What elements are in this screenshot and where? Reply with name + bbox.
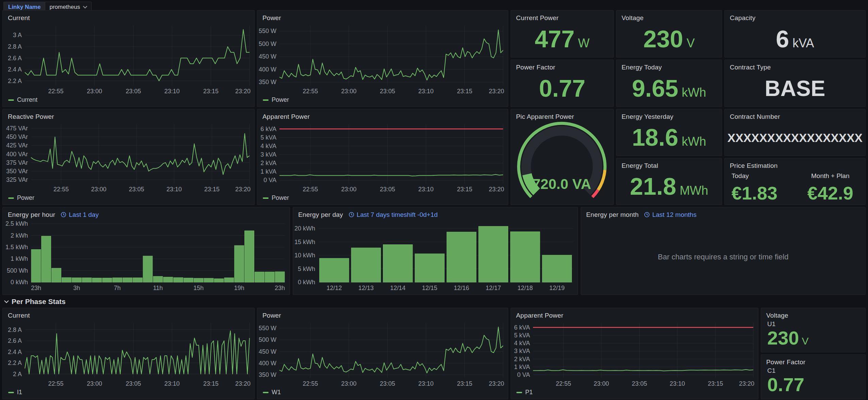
legend: Current	[8, 96, 37, 103]
panel-title[interactable]: Energy per day	[298, 211, 343, 219]
svg-text:3 kVA: 3 kVA	[260, 151, 276, 158]
svg-text:500 Wh: 500 Wh	[7, 267, 28, 274]
clock-icon	[349, 212, 354, 218]
panel-title[interactable]: Apparent Power	[516, 312, 563, 319]
time-range-link[interactable]: Last 1 day	[61, 211, 99, 219]
svg-text:3 kVA: 3 kVA	[514, 348, 530, 354]
svg-text:23:20: 23:20	[235, 380, 251, 387]
time-range-label[interactable]: Last 12 months	[652, 211, 696, 219]
time-range-link[interactable]: Last 7 days timeshift -0d+1d	[349, 211, 438, 219]
time-range-label[interactable]: Last 7 days timeshift -0d+1d	[357, 211, 438, 219]
svg-text:23:00: 23:00	[91, 186, 106, 193]
stat-value: 0.77	[539, 77, 585, 100]
clock-icon	[644, 212, 650, 218]
legend: Power	[263, 96, 289, 103]
svg-text:2.6 A: 2.6 A	[8, 55, 22, 62]
panel-title[interactable]: Pic Apparent Power	[516, 113, 574, 121]
svg-text:12/15: 12/15	[422, 285, 437, 291]
panel-title[interactable]: Current	[8, 312, 30, 319]
svg-text:23h: 23h	[275, 285, 285, 291]
legend-label[interactable]: Current	[17, 96, 37, 103]
panel-title[interactable]: Reactive Power	[8, 113, 54, 121]
panel-energy-per-month: Energy per month Last 12 months Bar char…	[581, 207, 866, 295]
svg-text:3 A: 3 A	[13, 32, 22, 38]
line-chart-power[interactable]: 550 W500 W450 W400 W350 W22:5523:0023:05…	[258, 23, 507, 95]
panel-voltage-u1-stat: Voltage U1 230V	[761, 308, 866, 352]
svg-text:350 W: 350 W	[259, 371, 276, 378]
svg-text:450 W: 450 W	[259, 348, 276, 355]
panel-title[interactable]: Power Factor	[766, 358, 805, 366]
grafana-dashboard: Linky Name prometheus Current 3 A2.8 A2.…	[0, 0, 868, 400]
svg-text:22:55: 22:55	[556, 380, 571, 387]
svg-text:2 kVA: 2 kVA	[514, 356, 530, 363]
svg-text:23:15: 23:15	[457, 88, 472, 95]
svg-text:23h: 23h	[31, 285, 41, 291]
svg-text:23:10: 23:10	[418, 186, 434, 193]
svg-text:2.4 A: 2.4 A	[8, 349, 22, 355]
svg-text:20 kWh: 20 kWh	[294, 225, 315, 232]
price-month-plan-label: Month + Plan	[811, 172, 850, 180]
svg-text:12/12: 12/12	[326, 285, 342, 291]
legend-label[interactable]: P1	[525, 389, 533, 396]
panel-title[interactable]: Power	[262, 14, 281, 22]
legend-label[interactable]: Power	[272, 96, 289, 103]
svg-text:2.2 A: 2.2 A	[8, 78, 22, 84]
svg-text:23:10: 23:10	[670, 380, 685, 387]
price-today-value: €1.83	[732, 184, 777, 202]
svg-text:475 VAr: 475 VAr	[6, 125, 28, 132]
bar-chart-energy-per-day[interactable]: 20 kWh15 kWh10 kWh5 kWh0 kWh12/1212/1312…	[294, 220, 576, 292]
panel-title[interactable]: Current	[8, 14, 30, 22]
legend: I1	[8, 389, 22, 396]
stat-body: U1 230V	[767, 320, 862, 350]
svg-text:23:15: 23:15	[204, 186, 220, 193]
svg-text:500 W: 500 W	[259, 41, 276, 47]
panel-title[interactable]: Energy per hour	[8, 211, 55, 219]
svg-text:23:10: 23:10	[418, 380, 434, 387]
svg-text:2.2 A: 2.2 A	[8, 359, 22, 366]
variable-value[interactable]: prometheus	[49, 4, 80, 11]
line-chart-current-i1[interactable]: 2.8 A2.6 A2.4 A2.2 A2 A22:5523:0023:0523…	[3, 320, 253, 387]
row-per-phase-stats[interactable]: Per Phase Stats	[4, 297, 66, 306]
legend-label[interactable]: I1	[17, 389, 22, 396]
price-month-plan: Month + Plan €42.9	[798, 170, 866, 205]
svg-text:23:10: 23:10	[164, 380, 180, 387]
legend: P1	[516, 389, 533, 396]
svg-text:23:20: 23:20	[489, 380, 504, 387]
price-month-plan-value: €42.9	[807, 184, 853, 202]
svg-text:12/16: 12/16	[454, 285, 469, 291]
section-title[interactable]: Per Phase Stats	[12, 298, 66, 306]
line-chart-apparent-power[interactable]: 6 kVA5 kVA4 kVA3 kVA2 kVA1 kVA0 VA22:552…	[258, 122, 507, 193]
panel-reactive-power: Reactive Power 475 VAr450 VAr425 VAr400 …	[2, 109, 255, 205]
legend-label[interactable]: W1	[272, 389, 281, 396]
legend: W1	[263, 389, 281, 396]
panel-title[interactable]: Power	[262, 312, 281, 319]
legend-swatch	[263, 99, 269, 101]
panel-error-message: Bar charts requires a string or time fie…	[581, 253, 865, 261]
svg-text:2 kVA: 2 kVA	[260, 160, 276, 166]
panel-energy-per-day: Energy per day Last 7 days timeshift -0d…	[293, 207, 578, 295]
panel-header: Power	[257, 11, 508, 22]
legend-label[interactable]: Power	[272, 194, 289, 202]
line-chart-current[interactable]: 3 A2.8 A2.6 A2.4 A2.2 A22:5523:0023:0523…	[3, 23, 253, 95]
svg-text:0 VA: 0 VA	[263, 177, 276, 183]
svg-text:23:05: 23:05	[129, 186, 144, 193]
panel-title[interactable]: Voltage	[766, 312, 788, 319]
stat-value: 0.77	[767, 375, 862, 394]
legend-swatch	[263, 197, 269, 199]
panel-title[interactable]: Apparent Power	[262, 113, 310, 121]
stat-value: 230V	[767, 329, 862, 348]
time-range-label[interactable]: Last 1 day	[69, 211, 99, 219]
svg-text:12/17: 12/17	[486, 285, 501, 291]
line-chart-power-w1[interactable]: 550 W500 W450 W400 W350 W22:5523:0023:05…	[258, 320, 507, 387]
panel-title[interactable]: Price Estimation	[730, 162, 777, 170]
time-range-link[interactable]: Last 12 months	[644, 211, 696, 219]
bar-chart-energy-per-hour[interactable]: 2.5 kWh2 kWh1.5 kWh1 kWh500 Wh0 kWh23h3h…	[3, 220, 288, 292]
svg-text:15 kWh: 15 kWh	[294, 239, 315, 245]
stat-value: 6kVA	[776, 27, 814, 51]
svg-text:23:20: 23:20	[739, 380, 754, 387]
line-chart-apparent-p1[interactable]: 6 kVA5 kVA4 kVA3 kVA2 kVA1 kVA0 VA22:552…	[512, 320, 757, 387]
legend-label[interactable]: Power	[17, 194, 34, 202]
panel-title[interactable]: Energy per month	[586, 211, 639, 219]
svg-text:5 kVA: 5 kVA	[260, 134, 276, 141]
line-chart-reactive-power[interactable]: 475 VAr450 VAr425 VAr400 VAr375 VAr350 V…	[3, 122, 253, 193]
